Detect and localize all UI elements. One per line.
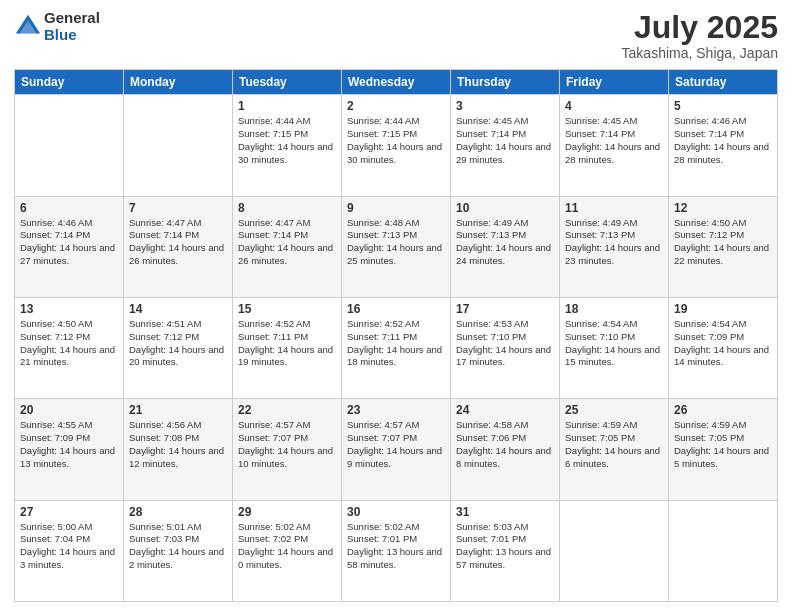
table-cell: 18Sunrise: 4:54 AM Sunset: 7:10 PM Dayli… [560, 297, 669, 398]
header-tuesday: Tuesday [233, 70, 342, 95]
calendar-table: Sunday Monday Tuesday Wednesday Thursday… [14, 69, 778, 602]
day-info: Sunrise: 4:49 AM Sunset: 7:13 PM Dayligh… [456, 217, 554, 268]
logo-text: General Blue [44, 10, 100, 43]
day-info: Sunrise: 4:44 AM Sunset: 7:15 PM Dayligh… [238, 115, 336, 166]
table-cell: 31Sunrise: 5:03 AM Sunset: 7:01 PM Dayli… [451, 500, 560, 601]
day-info: Sunrise: 4:59 AM Sunset: 7:05 PM Dayligh… [674, 419, 772, 470]
table-cell: 15Sunrise: 4:52 AM Sunset: 7:11 PM Dayli… [233, 297, 342, 398]
table-cell: 7Sunrise: 4:47 AM Sunset: 7:14 PM Daylig… [124, 196, 233, 297]
table-cell [15, 95, 124, 196]
day-info: Sunrise: 4:54 AM Sunset: 7:10 PM Dayligh… [565, 318, 663, 369]
table-cell [560, 500, 669, 601]
table-cell: 26Sunrise: 4:59 AM Sunset: 7:05 PM Dayli… [669, 399, 778, 500]
day-number: 2 [347, 99, 445, 113]
day-number: 10 [456, 201, 554, 215]
day-number: 31 [456, 505, 554, 519]
day-number: 13 [20, 302, 118, 316]
day-number: 1 [238, 99, 336, 113]
table-cell: 11Sunrise: 4:49 AM Sunset: 7:13 PM Dayli… [560, 196, 669, 297]
day-info: Sunrise: 4:51 AM Sunset: 7:12 PM Dayligh… [129, 318, 227, 369]
table-cell: 5Sunrise: 4:46 AM Sunset: 7:14 PM Daylig… [669, 95, 778, 196]
header-wednesday: Wednesday [342, 70, 451, 95]
logo-blue-text: Blue [44, 27, 100, 44]
table-cell: 27Sunrise: 5:00 AM Sunset: 7:04 PM Dayli… [15, 500, 124, 601]
day-number: 29 [238, 505, 336, 519]
table-cell: 8Sunrise: 4:47 AM Sunset: 7:14 PM Daylig… [233, 196, 342, 297]
day-info: Sunrise: 4:52 AM Sunset: 7:11 PM Dayligh… [347, 318, 445, 369]
week-row-4: 27Sunrise: 5:00 AM Sunset: 7:04 PM Dayli… [15, 500, 778, 601]
day-number: 27 [20, 505, 118, 519]
header-friday: Friday [560, 70, 669, 95]
table-cell: 3Sunrise: 4:45 AM Sunset: 7:14 PM Daylig… [451, 95, 560, 196]
day-info: Sunrise: 4:48 AM Sunset: 7:13 PM Dayligh… [347, 217, 445, 268]
day-info: Sunrise: 4:57 AM Sunset: 7:07 PM Dayligh… [238, 419, 336, 470]
day-number: 19 [674, 302, 772, 316]
table-cell: 28Sunrise: 5:01 AM Sunset: 7:03 PM Dayli… [124, 500, 233, 601]
day-number: 6 [20, 201, 118, 215]
day-info: Sunrise: 4:47 AM Sunset: 7:14 PM Dayligh… [238, 217, 336, 268]
day-number: 26 [674, 403, 772, 417]
table-cell [124, 95, 233, 196]
day-info: Sunrise: 4:45 AM Sunset: 7:14 PM Dayligh… [456, 115, 554, 166]
day-number: 22 [238, 403, 336, 417]
logo-general-text: General [44, 10, 100, 27]
table-cell: 1Sunrise: 4:44 AM Sunset: 7:15 PM Daylig… [233, 95, 342, 196]
day-info: Sunrise: 5:01 AM Sunset: 7:03 PM Dayligh… [129, 521, 227, 572]
day-number: 16 [347, 302, 445, 316]
day-number: 20 [20, 403, 118, 417]
day-info: Sunrise: 4:45 AM Sunset: 7:14 PM Dayligh… [565, 115, 663, 166]
header-monday: Monday [124, 70, 233, 95]
table-cell: 17Sunrise: 4:53 AM Sunset: 7:10 PM Dayli… [451, 297, 560, 398]
table-cell: 19Sunrise: 4:54 AM Sunset: 7:09 PM Dayli… [669, 297, 778, 398]
day-number: 7 [129, 201, 227, 215]
page: General Blue July 2025 Takashima, Shiga,… [0, 0, 792, 612]
day-info: Sunrise: 5:00 AM Sunset: 7:04 PM Dayligh… [20, 521, 118, 572]
day-info: Sunrise: 4:58 AM Sunset: 7:06 PM Dayligh… [456, 419, 554, 470]
day-info: Sunrise: 4:52 AM Sunset: 7:11 PM Dayligh… [238, 318, 336, 369]
week-row-1: 6Sunrise: 4:46 AM Sunset: 7:14 PM Daylig… [15, 196, 778, 297]
day-info: Sunrise: 4:55 AM Sunset: 7:09 PM Dayligh… [20, 419, 118, 470]
day-number: 21 [129, 403, 227, 417]
table-cell: 14Sunrise: 4:51 AM Sunset: 7:12 PM Dayli… [124, 297, 233, 398]
day-number: 30 [347, 505, 445, 519]
table-cell: 6Sunrise: 4:46 AM Sunset: 7:14 PM Daylig… [15, 196, 124, 297]
table-cell: 24Sunrise: 4:58 AM Sunset: 7:06 PM Dayli… [451, 399, 560, 500]
table-cell: 25Sunrise: 4:59 AM Sunset: 7:05 PM Dayli… [560, 399, 669, 500]
day-info: Sunrise: 5:02 AM Sunset: 7:01 PM Dayligh… [347, 521, 445, 572]
table-cell [669, 500, 778, 601]
header-thursday: Thursday [451, 70, 560, 95]
table-cell: 21Sunrise: 4:56 AM Sunset: 7:08 PM Dayli… [124, 399, 233, 500]
day-info: Sunrise: 4:53 AM Sunset: 7:10 PM Dayligh… [456, 318, 554, 369]
table-cell: 12Sunrise: 4:50 AM Sunset: 7:12 PM Dayli… [669, 196, 778, 297]
header-saturday: Saturday [669, 70, 778, 95]
week-row-0: 1Sunrise: 4:44 AM Sunset: 7:15 PM Daylig… [15, 95, 778, 196]
day-info: Sunrise: 4:59 AM Sunset: 7:05 PM Dayligh… [565, 419, 663, 470]
header: General Blue July 2025 Takashima, Shiga,… [14, 10, 778, 61]
day-info: Sunrise: 4:56 AM Sunset: 7:08 PM Dayligh… [129, 419, 227, 470]
day-number: 17 [456, 302, 554, 316]
day-number: 3 [456, 99, 554, 113]
header-sunday: Sunday [15, 70, 124, 95]
table-cell: 13Sunrise: 4:50 AM Sunset: 7:12 PM Dayli… [15, 297, 124, 398]
week-row-3: 20Sunrise: 4:55 AM Sunset: 7:09 PM Dayli… [15, 399, 778, 500]
week-row-2: 13Sunrise: 4:50 AM Sunset: 7:12 PM Dayli… [15, 297, 778, 398]
day-info: Sunrise: 4:54 AM Sunset: 7:09 PM Dayligh… [674, 318, 772, 369]
day-number: 12 [674, 201, 772, 215]
logo: General Blue [14, 10, 100, 43]
table-cell: 23Sunrise: 4:57 AM Sunset: 7:07 PM Dayli… [342, 399, 451, 500]
table-cell: 22Sunrise: 4:57 AM Sunset: 7:07 PM Dayli… [233, 399, 342, 500]
day-info: Sunrise: 4:49 AM Sunset: 7:13 PM Dayligh… [565, 217, 663, 268]
day-info: Sunrise: 4:50 AM Sunset: 7:12 PM Dayligh… [674, 217, 772, 268]
day-number: 11 [565, 201, 663, 215]
day-info: Sunrise: 5:02 AM Sunset: 7:02 PM Dayligh… [238, 521, 336, 572]
day-info: Sunrise: 4:50 AM Sunset: 7:12 PM Dayligh… [20, 318, 118, 369]
table-cell: 4Sunrise: 4:45 AM Sunset: 7:14 PM Daylig… [560, 95, 669, 196]
day-number: 9 [347, 201, 445, 215]
month-title: July 2025 [622, 10, 778, 45]
day-info: Sunrise: 4:44 AM Sunset: 7:15 PM Dayligh… [347, 115, 445, 166]
title-section: July 2025 Takashima, Shiga, Japan [622, 10, 778, 61]
day-number: 28 [129, 505, 227, 519]
table-cell: 16Sunrise: 4:52 AM Sunset: 7:11 PM Dayli… [342, 297, 451, 398]
day-info: Sunrise: 5:03 AM Sunset: 7:01 PM Dayligh… [456, 521, 554, 572]
table-cell: 29Sunrise: 5:02 AM Sunset: 7:02 PM Dayli… [233, 500, 342, 601]
